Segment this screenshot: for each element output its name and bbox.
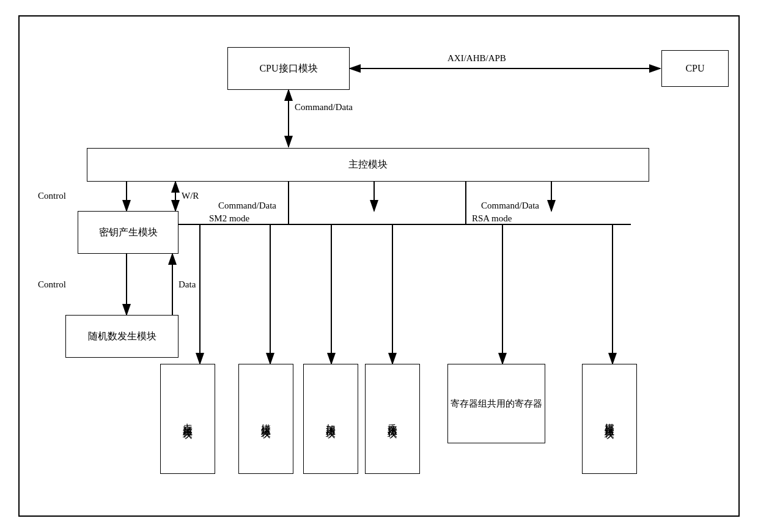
adder-block: 加法器模块 bbox=[303, 364, 358, 474]
point-mul-label: 点乘运算模块 bbox=[181, 415, 194, 423]
cpu-block: CPU bbox=[661, 50, 729, 87]
mod-exp-label: 模幂运算模块 bbox=[603, 415, 616, 423]
main-control-label: 主控模块 bbox=[348, 158, 388, 171]
point-mul-block: 点乘运算模块 bbox=[160, 364, 215, 474]
diagram-container: CPU接口模块 CPU AXI/AHB/APB Command/Data 主控模… bbox=[18, 15, 740, 517]
random-gen-label: 随机数发生模块 bbox=[88, 330, 156, 343]
mod-op-label: 模运算模块 bbox=[259, 416, 273, 422]
register-group-block: 寄存器组共用的寄存器 bbox=[447, 364, 545, 443]
command-data-label-1: Command/Data bbox=[295, 102, 353, 113]
axi-label: AXI/AHB/APB bbox=[447, 53, 506, 64]
register-group-label: 寄存器组共用的寄存器 bbox=[451, 397, 542, 411]
adder-label: 加法器模块 bbox=[324, 416, 337, 422]
command-data-sm2-label: Command/Data SM2 mode bbox=[209, 187, 276, 238]
control-label-2: Control bbox=[38, 279, 66, 290]
key-gen-label: 密钥产生模块 bbox=[99, 226, 158, 239]
cpu-interface-label: CPU接口模块 bbox=[259, 62, 317, 75]
control-label-1: Control bbox=[38, 191, 66, 201]
random-gen-block: 随机数发生模块 bbox=[65, 315, 178, 358]
key-gen-block: 密钥产生模块 bbox=[78, 211, 178, 254]
multiplier-block: 乘法器模块 bbox=[365, 364, 420, 474]
wr-label: W/R bbox=[182, 191, 199, 201]
main-control-block: 主控模块 bbox=[87, 148, 649, 182]
command-data-rsa-label: Command/Data RSA mode bbox=[472, 187, 539, 238]
cpu-label: CPU bbox=[685, 62, 704, 75]
multiplier-label: 乘法器模块 bbox=[386, 416, 399, 422]
mod-exp-block: 模幂运算模块 bbox=[582, 364, 637, 474]
data-label: Data bbox=[178, 279, 196, 290]
mod-op-block: 模运算模块 bbox=[238, 364, 293, 474]
cpu-interface-block: CPU接口模块 bbox=[227, 47, 350, 90]
